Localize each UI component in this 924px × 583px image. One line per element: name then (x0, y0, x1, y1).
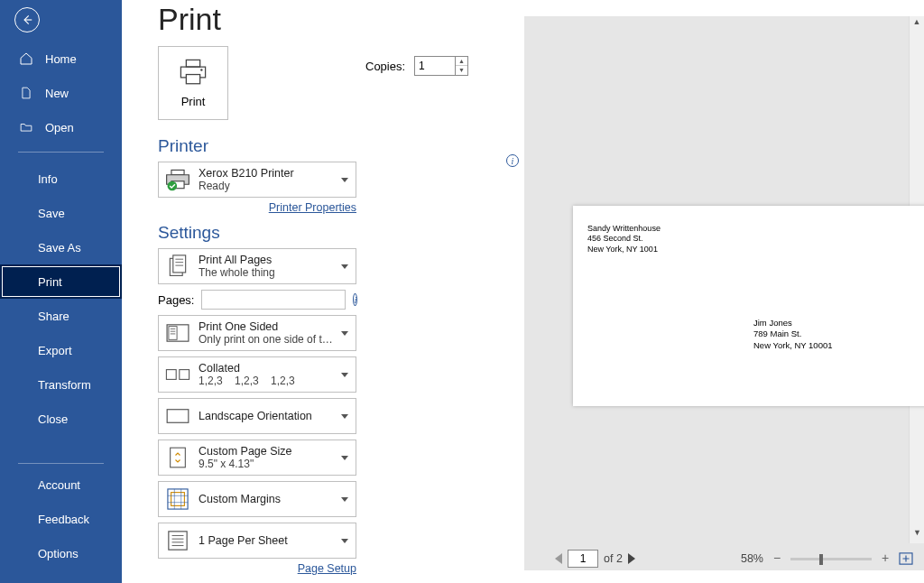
back-button[interactable] (14, 7, 40, 32)
sidebar-item-label: Print (38, 275, 62, 289)
sidebar-item-info[interactable]: Info (0, 162, 122, 196)
sidebar-item-saveas[interactable]: Save As (0, 230, 122, 264)
zoom-out-button[interactable]: − (771, 552, 783, 565)
svg-rect-13 (171, 448, 186, 467)
scope-title: Print All Pages (199, 254, 337, 266)
svg-rect-9 (169, 327, 177, 340)
sidebar-item-label: Share (38, 310, 69, 323)
collate-icon (164, 361, 191, 388)
sidebar-item-close[interactable]: Close (0, 402, 122, 436)
sidebar-item-label: Open (45, 121, 74, 134)
pages-info-icon[interactable]: i (353, 293, 357, 306)
landscape-icon (164, 403, 191, 430)
printer-status-icon (164, 166, 191, 193)
chevron-down-icon (341, 456, 348, 460)
printer-properties-link[interactable]: Printer Properties (158, 201, 356, 214)
printer-name: Xerox B210 Printer (199, 167, 337, 180)
orientation-select[interactable]: Landscape Orientation (158, 398, 356, 434)
svg-point-2 (200, 69, 202, 70)
sidebar-item-label: Close (38, 412, 68, 426)
folder-open-icon (18, 119, 34, 135)
zoom-slider[interactable] (790, 558, 872, 560)
sidebar-item-feedback[interactable]: Feedback (0, 502, 122, 536)
copies-up[interactable]: ▲ (456, 57, 467, 66)
svg-rect-11 (180, 370, 189, 380)
pagesize-select[interactable]: Custom Page Size 9.5" x 4.13" (158, 440, 356, 476)
collate-select[interactable]: Collated 1,2,3 1,2,3 1,2,3 (158, 356, 356, 393)
one-sided-icon (164, 319, 191, 347)
sidebar-item-label: Save As (38, 241, 81, 254)
zoom-value: 58% (741, 552, 763, 565)
chevron-down-icon (341, 264, 348, 269)
copies-down[interactable]: ▼ (456, 66, 467, 75)
size-sub: 9.5" x 4.13" (199, 458, 337, 470)
sidebar-separator (18, 152, 104, 153)
scroll-up-button[interactable]: ▲ (910, 17, 924, 31)
printer-select[interactable]: Xerox B210 Printer Ready (158, 162, 356, 198)
home-icon (18, 51, 34, 67)
sidebar-item-account[interactable]: Account (0, 467, 122, 502)
size-title: Custom Page Size (199, 445, 337, 458)
svg-rect-8 (167, 325, 189, 341)
sidebar-item-label: Home (45, 52, 77, 66)
svg-rect-15 (171, 493, 185, 506)
printer-info-icon[interactable]: i (506, 154, 519, 167)
preview-page: Sandy Writtenhouse 456 Second St. New Yo… (573, 206, 924, 406)
chevron-down-icon (341, 178, 348, 182)
margins-select[interactable]: Custom Margins (158, 481, 356, 517)
print-scope-select[interactable]: Print All Pages The whole thing (158, 248, 356, 284)
sidebar-item-save[interactable]: Save (0, 196, 122, 230)
new-doc-icon (18, 85, 34, 101)
arrow-left-icon (21, 14, 33, 26)
sidebar-item-label: Options (38, 547, 79, 560)
svg-rect-7 (173, 255, 186, 273)
svg-rect-3 (171, 170, 184, 174)
fit-to-window-button[interactable] (899, 552, 913, 565)
zoom-in-button[interactable]: + (879, 552, 892, 565)
print-button[interactable]: Print (158, 46, 228, 120)
preview-page-of: of 2 (604, 552, 623, 565)
sheet-title: 1 Page Per Sheet (199, 527, 337, 554)
scroll-down-button[interactable]: ▼ (910, 528, 924, 541)
orient-title: Landscape Orientation (199, 403, 337, 430)
sidebar-item-export[interactable]: Export (0, 333, 122, 367)
sidebar-item-home[interactable]: Home (0, 42, 122, 76)
sidebar-item-label: Feedback (38, 513, 89, 526)
preview-page-input[interactable] (568, 550, 598, 568)
zoom-thumb[interactable] (819, 554, 823, 565)
collate-sub: 1,2,3 1,2,3 1,2,3 (199, 375, 337, 387)
sidebar-item-new[interactable]: New (0, 76, 122, 110)
margins-icon (164, 486, 191, 513)
envelope-recipient: Jim Jones 789 Main St. New York, NY 1000… (753, 318, 833, 351)
chevron-down-icon (341, 497, 348, 502)
sidebar-item-print[interactable]: Print (0, 264, 122, 299)
chevron-down-icon (341, 373, 348, 377)
sidebar-item-label: Account (38, 478, 80, 492)
preview-next-page[interactable] (628, 553, 635, 564)
pages-input[interactable] (201, 290, 346, 310)
print-preview: ▲ ▼ Sandy Writtenhouse 456 Second St. Ne… (524, 16, 924, 570)
page-setup-link[interactable]: Page Setup (158, 562, 356, 575)
svg-rect-10 (166, 370, 176, 380)
sides-select[interactable]: Print One Sided Only print on one side o… (158, 315, 356, 351)
printer-icon (178, 59, 208, 86)
preview-prev-page[interactable] (555, 553, 562, 564)
sidebar-item-transform[interactable]: Transform (0, 367, 122, 402)
copies-label: Copies: (365, 60, 405, 73)
pagesize-icon (164, 444, 191, 471)
sidebar-item-open[interactable]: Open (0, 110, 122, 144)
print-button-label: Print (181, 95, 206, 108)
svg-rect-16 (169, 532, 187, 550)
copies-stepper[interactable]: ▲ ▼ (414, 56, 468, 76)
copies-input[interactable] (414, 56, 456, 76)
collate-title: Collated (199, 362, 337, 375)
sidebar-item-share[interactable]: Share (0, 299, 122, 333)
printer-status: Ready (199, 180, 337, 192)
sidebar-item-label: Info (38, 172, 58, 186)
sidebar-item-options[interactable]: Options (0, 536, 122, 570)
pages-label: Pages: (158, 293, 194, 307)
pagespersheet-select[interactable]: 1 Page Per Sheet (158, 523, 356, 559)
sidebar-item-label: Save (38, 207, 65, 220)
pagespersheet-icon (164, 527, 191, 554)
chevron-down-icon (341, 539, 348, 543)
